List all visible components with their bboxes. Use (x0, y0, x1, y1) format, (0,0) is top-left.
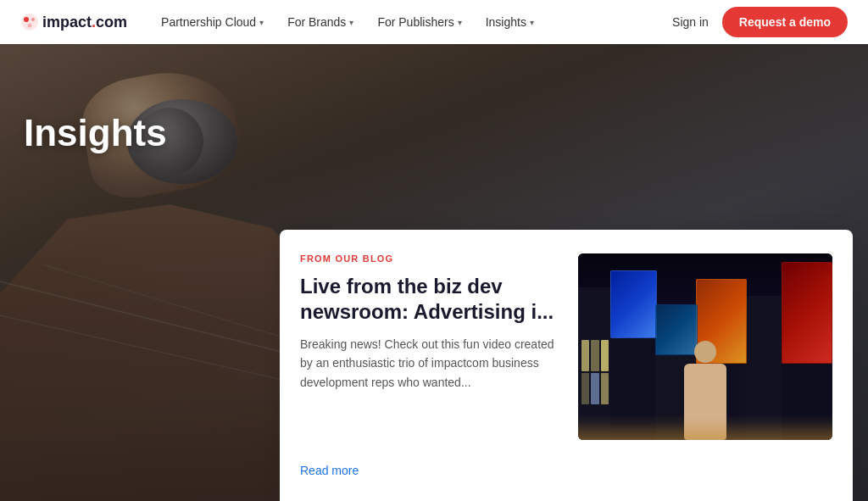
nav-item-for-brands[interactable]: For Brands ▾ (277, 8, 364, 36)
billboard-1 (610, 270, 657, 338)
building-windows-1 (580, 338, 610, 406)
nav-item-for-publishers[interactable]: For Publishers ▾ (367, 8, 471, 36)
nav-links: Partnership Cloud ▾ For Brands ▾ For Pub… (151, 8, 672, 36)
blog-card: FROM OUR BLOG Live from the biz dev news… (280, 230, 853, 501)
svg-point-3 (28, 24, 32, 28)
city-night-scene (578, 253, 832, 440)
chevron-down-icon: ▾ (530, 18, 534, 27)
svg-point-0 (21, 14, 38, 31)
navbar: impact.com Partnership Cloud ▾ For Brand… (0, 0, 868, 44)
nav-right: Sign in Request a demo (672, 7, 848, 37)
sign-in-button[interactable]: Sign in (672, 15, 709, 29)
blog-image (578, 253, 832, 440)
blog-category-label: FROM OUR BLOG (300, 253, 561, 264)
read-more-link[interactable]: Read more (300, 464, 561, 477)
svg-point-2 (31, 18, 35, 21)
logo-text: impact.com (42, 14, 127, 31)
logo[interactable]: impact.com (20, 13, 127, 31)
nav-item-partnership-cloud[interactable]: Partnership Cloud ▾ (151, 8, 274, 36)
blog-excerpt: Breaking news! Check out this fun video … (300, 335, 561, 392)
nav-label-insights: Insights (486, 15, 526, 29)
blog-content: FROM OUR BLOG Live from the biz dev news… (300, 253, 561, 477)
nav-label-for-brands: For Brands (287, 15, 346, 29)
street-reflection (578, 423, 832, 440)
svg-point-1 (24, 17, 29, 22)
impact-logo-icon (20, 13, 39, 31)
request-demo-button[interactable]: Request a demo (722, 7, 848, 37)
nav-label-for-publishers: For Publishers (377, 15, 453, 29)
chevron-down-icon: ▾ (259, 18, 264, 27)
hero-title: Insights (24, 112, 167, 154)
nav-label-partnership-cloud: Partnership Cloud (161, 15, 256, 29)
blog-title: Live from the biz dev newsroom: Advertis… (300, 274, 561, 325)
chevron-down-icon: ▾ (349, 18, 353, 27)
billboard-3 (782, 262, 832, 364)
hero-section: Insights FROM OUR BLOG Live from the biz… (0, 44, 868, 501)
chevron-down-icon: ▾ (458, 18, 462, 27)
nav-item-insights[interactable]: Insights ▾ (476, 8, 544, 36)
